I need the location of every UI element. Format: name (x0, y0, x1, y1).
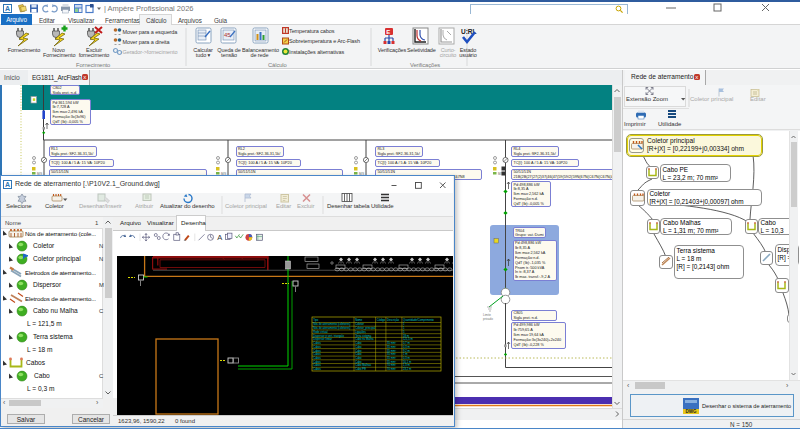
svg-text:Cabos: Cabos (313, 349, 321, 353)
svg-text:Cabo: Cabo (355, 349, 362, 353)
svg-text:Cabo: Cabo (355, 352, 362, 356)
svg-text:Cabo: Cabo (355, 360, 362, 364)
svg-text:Cabos: Cabos (313, 363, 321, 367)
svg-text:Dispersor linear: Dispersor linear (313, 337, 332, 341)
svg-text:Cabos: Cabos (313, 352, 321, 356)
svg-text:Cabo Malhas: Cabo Malhas (355, 363, 371, 367)
svg-text:1,3 m: 1,3 m (403, 363, 410, 367)
svg-text:Coletor_principal: Coletor_principal (355, 326, 376, 330)
svg-text:35 mm²: 35 mm² (387, 345, 396, 349)
svg-text:Nós de aterramento (coletores): Nós de aterramento (coletores) (313, 326, 350, 330)
svg-text:23,2 m: 23,2 m (403, 367, 412, 371)
svg-text:1 m: 1 m (403, 352, 408, 356)
svg-text:35 mm²: 35 mm² (387, 349, 396, 353)
svg-text:Cabo PE: Cabo PE (355, 367, 366, 371)
svg-text:Dispersor e vert. triangulo: Dispersor e vert. triangulo (313, 334, 344, 338)
svg-text:Cabos: Cabos (313, 360, 321, 364)
svg-text:70 mm²: 70 mm² (387, 367, 396, 371)
svg-text:Quantidade/Comprimento: Quantidade/Comprimento (403, 318, 434, 322)
svg-text:Rede virtual: Rede virtual (313, 330, 328, 334)
svg-text:1: 1 (403, 322, 405, 326)
svg-text:0,7 m: 0,7 m (403, 341, 410, 345)
svg-text:50,1 m: 50,1 m (403, 360, 412, 364)
svg-text:35 mm²: 35 mm² (387, 360, 396, 364)
svg-text:Cabos: Cabos (313, 356, 321, 360)
svg-text:Cabo: Cabo (355, 345, 362, 349)
svg-text:E: E (386, 29, 390, 35)
svg-text:35 mm²: 35 mm² (387, 356, 396, 360)
svg-text:Cabo: Cabo (355, 356, 362, 360)
svg-text:0,3 m: 0,3 m (403, 345, 410, 349)
svg-text:35 mm²: 35 mm² (387, 352, 396, 356)
svg-text:Tipo: Tipo (313, 318, 319, 322)
svg-text:Cabos: Cabos (313, 345, 321, 349)
svg-text:Código: Código (377, 318, 386, 322)
svg-text:A: A (217, 233, 222, 242)
svg-text:70 mm²: 70 mm² (387, 363, 396, 367)
svg-text:0,3 m: 0,3 m (403, 356, 410, 360)
svg-text:1: 1 (403, 326, 405, 330)
svg-text:Nome: Nome (355, 318, 363, 322)
svg-text:Cabos: Cabos (313, 367, 321, 371)
svg-text:Terra sistema: Terra sistema (355, 334, 372, 338)
svg-text:18 m: 18 m (403, 334, 410, 338)
svg-text:Nós de aterramento (coletores): Nós de aterramento (coletores) (313, 322, 350, 326)
svg-text:5: 5 (403, 330, 405, 334)
svg-text:Cabo: Cabo (355, 341, 362, 345)
svg-text:35 mm²: 35 mm² (387, 341, 396, 345)
svg-text:9,2 m: 9,2 m (403, 349, 410, 353)
svg-text:Cabos: Cabos (313, 341, 321, 345)
svg-text:DWG: DWG (686, 409, 697, 414)
svg-text:Coletor: Coletor (355, 322, 364, 326)
svg-text:Descrição: Descrição (387, 318, 399, 322)
svg-text:Cabo nu Malha: Cabo nu Malha (355, 337, 374, 341)
svg-text:privado: privado (483, 317, 493, 321)
svg-text:Ligações: Ligações (355, 330, 366, 334)
svg-text:121,5 m: 121,5 m (403, 337, 413, 341)
